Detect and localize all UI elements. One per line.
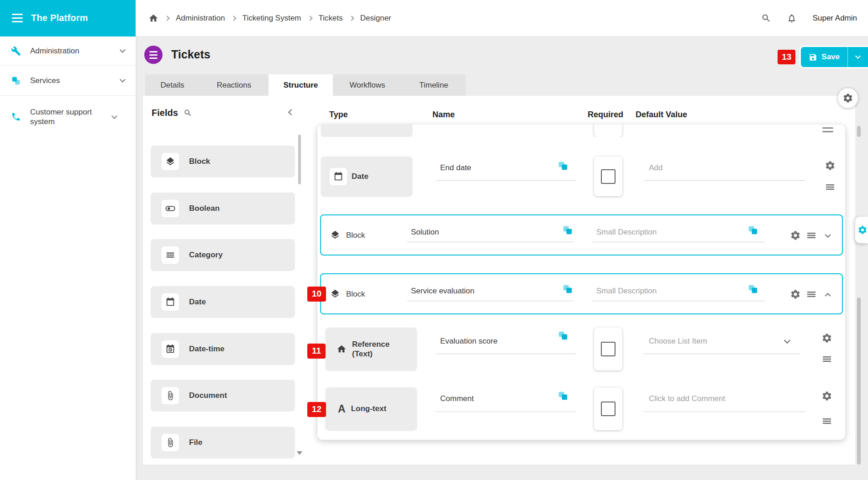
required-cell — [594, 387, 622, 430]
annotation-badge-12: 12 — [307, 402, 326, 417]
translate-icon[interactable] — [563, 284, 572, 293]
field-name-input[interactable]: Comment — [440, 394, 474, 403]
field-type-category[interactable]: Category — [151, 239, 295, 271]
default-value-input[interactable]: Add — [649, 163, 663, 172]
row-settings-gear-icon[interactable] — [821, 391, 832, 402]
translate-icon[interactable] — [748, 225, 758, 235]
field-type-block[interactable]: Block — [151, 146, 295, 177]
list-icon — [162, 246, 179, 264]
chevron-down-icon — [120, 77, 126, 83]
tab-reactions[interactable]: Reactions — [200, 74, 268, 96]
home-icon[interactable] — [148, 13, 158, 23]
translate-icon[interactable] — [558, 161, 568, 170]
chevron-down-icon — [852, 52, 863, 63]
brand-header[interactable]: The Platform — [0, 0, 136, 37]
block-name-input[interactable]: Service evaluation — [411, 287, 474, 296]
main-area: Tickets 13 Save Details Reactions Struct… — [136, 37, 868, 480]
collapse-chevron-up-icon[interactable] — [822, 289, 834, 301]
breadcrumb-item-designer[interactable]: Designer — [360, 14, 391, 23]
block-name-input[interactable]: Solution — [411, 228, 439, 237]
collapse-panel-icon[interactable] — [288, 109, 295, 115]
notifications-button[interactable] — [779, 0, 805, 37]
scrollbar-thumb[interactable] — [857, 297, 861, 464]
top-bar: The Platform Administration Ticketing Sy… — [0, 0, 868, 37]
fields-search-icon[interactable] — [184, 109, 192, 117]
row-settings-gear-icon[interactable] — [825, 160, 836, 171]
breadcrumb-separator-icon — [164, 16, 169, 21]
row-menu-icon[interactable] — [806, 289, 817, 300]
sidebar-item-customer-support-system[interactable]: Customer support system — [0, 96, 136, 138]
field-name-input[interactable]: Evaluation score — [440, 337, 498, 346]
field-type-date-time[interactable]: Date-time — [151, 333, 295, 365]
save-dropdown-button[interactable] — [848, 47, 868, 67]
row-settings-gear-icon[interactable] — [821, 333, 832, 344]
user-menu[interactable]: Super Admin — [813, 14, 857, 23]
row-type-label: Long-text — [351, 404, 386, 413]
sidebar-item-services[interactable]: Services — [0, 66, 136, 96]
breadcrumb: Administration Ticketing System Tickets … — [148, 13, 391, 23]
designer-settings-button[interactable] — [838, 88, 858, 108]
field-name-input[interactable]: End date — [440, 163, 471, 172]
structure-rows-card: Date End date Add Block Solution — [317, 125, 845, 440]
partial-type-card — [321, 125, 412, 137]
block-row-service-evaluation: Block Service evaluation Small Descripti… — [320, 273, 843, 314]
row-menu-icon[interactable] — [825, 182, 836, 193]
translate-icon[interactable] — [748, 284, 758, 293]
tab-bar: Details Reactions Structure Workflows Ti… — [145, 74, 466, 96]
fields-title: Fields — [152, 108, 178, 118]
row-type-label: Block — [346, 231, 365, 240]
field-type-label: Block — [189, 157, 210, 166]
layers-icon — [330, 230, 340, 240]
input-underline — [436, 180, 576, 181]
required-checkbox[interactable] — [601, 169, 615, 184]
field-type-boolean[interactable]: Boolean — [151, 193, 295, 224]
services-icon — [11, 76, 21, 86]
tab-structure[interactable]: Structure — [268, 74, 333, 96]
select-chevron-down-icon[interactable] — [784, 337, 790, 344]
edge-settings-button[interactable] — [855, 217, 868, 243]
input-underline — [643, 180, 805, 181]
default-value-select[interactable]: Choose List Item — [649, 337, 707, 346]
field-type-file[interactable]: File — [151, 427, 295, 459]
row-settings-gear-icon[interactable] — [790, 230, 801, 241]
application-window: The Platform Administration Ticketing Sy… — [0, 0, 868, 480]
required-checkbox[interactable] — [601, 342, 615, 356]
scroll-down-arrow[interactable] — [297, 451, 302, 455]
wrench-icon — [11, 46, 21, 56]
field-type-label: Date-time — [189, 344, 224, 354]
required-checkbox[interactable] — [601, 402, 615, 416]
block-description-input[interactable]: Small Description — [596, 287, 657, 296]
block-description-input[interactable]: Small Description — [596, 228, 657, 237]
save-button[interactable]: Save — [801, 52, 847, 62]
sidebar-item-administration[interactable]: Administration — [0, 37, 136, 66]
search-button[interactable] — [753, 0, 779, 37]
bell-icon — [787, 13, 797, 23]
row-menu-icon[interactable] — [806, 230, 817, 241]
tickets-entity-icon — [144, 46, 163, 64]
fields-panel-header: Fields — [152, 108, 192, 118]
save-button-label: Save — [821, 52, 840, 62]
tab-timeline[interactable]: Timeline — [402, 74, 466, 96]
default-value-input[interactable]: Click to add Comment — [649, 394, 725, 403]
field-type-date[interactable]: Date — [151, 286, 295, 318]
row-menu-icon[interactable] — [821, 354, 832, 365]
translate-icon[interactable] — [563, 225, 572, 235]
field-type-document[interactable]: Document — [151, 380, 295, 412]
fields-scrollbar-thumb[interactable] — [298, 135, 301, 184]
tab-workflows[interactable]: Workflows — [333, 74, 402, 96]
input-underline — [436, 354, 576, 354]
expand-chevron-down-icon[interactable] — [822, 230, 834, 242]
menu-icon[interactable] — [12, 14, 23, 22]
tab-details[interactable]: Details — [145, 74, 200, 96]
breadcrumb-item-ticketing-system[interactable]: Ticketing System — [242, 14, 301, 23]
row-menu-icon[interactable] — [821, 416, 832, 427]
breadcrumb-item-administration[interactable]: Administration — [176, 14, 225, 23]
row-settings-gear-icon[interactable] — [790, 289, 801, 300]
topbar-actions: Super Admin — [753, 0, 868, 37]
breadcrumb-item-tickets[interactable]: Tickets — [319, 14, 343, 23]
scrollbar-thumb-top[interactable] — [857, 126, 861, 137]
translate-icon[interactable] — [558, 331, 568, 340]
sidebar-item-label: Services — [30, 76, 111, 85]
structure-panel: Fields Block Boolean Category Date — [143, 96, 855, 464]
translate-icon[interactable] — [558, 391, 568, 400]
